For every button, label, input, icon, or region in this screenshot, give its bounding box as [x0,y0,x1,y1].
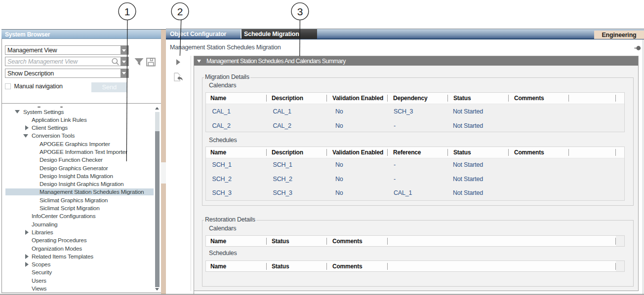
svg-text:1: 1 [124,6,130,17]
svg-text:3: 3 [297,6,303,17]
svg-text:2: 2 [177,6,183,17]
